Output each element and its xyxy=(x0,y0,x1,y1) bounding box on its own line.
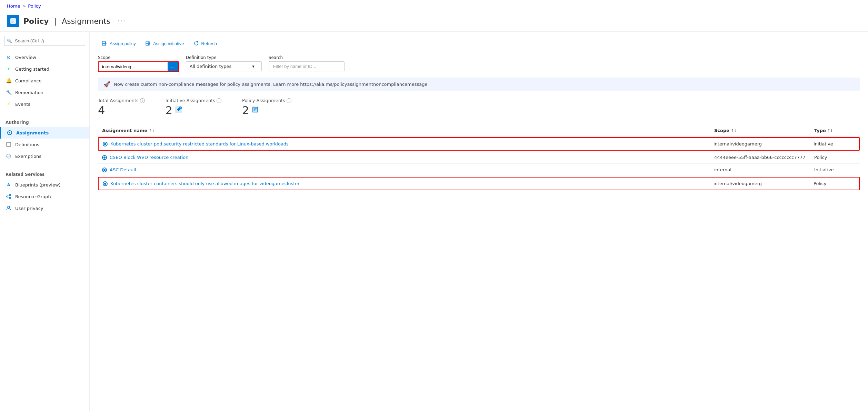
assign-policy-label: Assign policy xyxy=(110,41,136,46)
initiative-info-icon[interactable]: i xyxy=(217,98,221,103)
table-header: Assignment name ↑↓ Scope ↑↓ Type ↑↓ xyxy=(98,125,860,137)
table-row: Kubernetes cluster pod security restrict… xyxy=(98,137,860,151)
search-filter: Search xyxy=(269,55,345,71)
blueprints-icon: A xyxy=(6,182,12,188)
refresh-label: Refresh xyxy=(201,41,217,46)
assignments-icon xyxy=(7,130,13,136)
scope-browse-button[interactable]: ... xyxy=(168,62,178,71)
nav-user-privacy[interactable]: User privacy xyxy=(0,202,89,214)
stats-row: Total Assignments i 4 Initiative Assignm… xyxy=(98,98,860,117)
overview-icon: ⊙ xyxy=(6,54,12,60)
svg-rect-3 xyxy=(7,142,11,147)
row-name-3: ASC Default xyxy=(102,167,711,172)
search-filter-input[interactable] xyxy=(269,61,345,71)
row-type-4: Policy xyxy=(814,181,855,186)
total-info-icon[interactable]: i xyxy=(140,98,145,103)
breadcrumb-current[interactable]: Policy xyxy=(28,3,41,9)
nav-exemptions-label: Exemptions xyxy=(15,154,41,159)
svg-point-2 xyxy=(9,132,10,133)
row-icon-3 xyxy=(102,168,107,172)
col-name-header[interactable]: Assignment name ↑↓ xyxy=(102,128,711,133)
remediation-icon: 🔧 xyxy=(6,89,12,95)
page-header: Policy | Assignments ··· xyxy=(0,12,868,32)
policy-value: 2 xyxy=(242,104,291,117)
row-icon-4 xyxy=(103,181,108,186)
nav-getting-started-label: Getting started xyxy=(15,67,49,72)
nav-events[interactable]: ⚡ Events xyxy=(0,98,89,110)
search-input[interactable] xyxy=(4,36,85,46)
row-link-4[interactable]: Kubernetes cluster containers should onl… xyxy=(110,181,300,186)
nav-assignments[interactable]: Assignments xyxy=(0,127,89,139)
assign-initiative-icon xyxy=(146,41,151,46)
definition-type-select[interactable]: All definition types ▾ xyxy=(186,61,262,71)
scope-label: Scope xyxy=(98,55,179,60)
assign-initiative-label: Assign initiative xyxy=(153,41,184,46)
nav-exemptions[interactable]: Exemptions xyxy=(0,150,89,162)
nav-blueprints[interactable]: A Blueprints (preview) xyxy=(0,179,89,191)
sort-icon-name: ↑↓ xyxy=(149,129,154,132)
resource-graph-icon xyxy=(6,193,12,200)
initiative-value: 2 xyxy=(166,104,221,117)
policy-info-icon[interactable]: i xyxy=(287,98,291,103)
row-type-1: Initiative xyxy=(814,141,855,147)
row-link-2[interactable]: CSEO Block WVD resource creation xyxy=(110,155,189,160)
assign-policy-icon xyxy=(102,41,108,46)
total-assignments-stat: Total Assignments i 4 xyxy=(98,98,145,117)
nav-overview[interactable]: ⊙ Overview xyxy=(0,51,89,63)
row-link-1[interactable]: Kubernetes cluster pod security restrict… xyxy=(110,141,289,147)
assign-policy-button[interactable]: Assign policy xyxy=(98,39,140,48)
col-type-header[interactable]: Type ↑↓ xyxy=(814,128,856,133)
refresh-button[interactable]: Refresh xyxy=(189,39,221,48)
nav-getting-started[interactable]: ✦ Getting started xyxy=(0,63,89,75)
sidebar: 🔍 ⊙ Overview ✦ Getting started 🔔 Complia… xyxy=(0,32,90,411)
info-banner: 🚀 Now create custom non-compliance messa… xyxy=(98,78,860,91)
table-row: CSEO Block WVD resource creation 4444eee… xyxy=(98,151,860,164)
row-icon-2 xyxy=(102,155,107,160)
initiative-label: Initiative Assignments i xyxy=(166,98,221,103)
row-type-2: Policy xyxy=(814,155,856,160)
filters: Scope ... Definition type All definition… xyxy=(98,55,860,72)
definition-type-label: Definition type xyxy=(186,55,262,60)
nav-events-label: Events xyxy=(15,102,30,107)
breadcrumb-separator: > xyxy=(22,3,26,9)
svg-line-9 xyxy=(8,195,9,196)
nav-compliance[interactable]: 🔔 Compliance xyxy=(0,75,89,87)
nav-resource-graph-label: Resource Graph xyxy=(15,194,51,199)
breadcrumb: Home > Policy xyxy=(0,0,868,12)
nav-definitions-label: Definitions xyxy=(15,142,39,147)
chevron-down-icon: ▾ xyxy=(252,64,255,69)
scope-input-group: ... xyxy=(98,61,179,72)
refresh-icon xyxy=(193,41,199,46)
scope-input[interactable] xyxy=(99,62,168,71)
nav-definitions[interactable]: Definitions xyxy=(0,139,89,150)
search-label: Search xyxy=(269,55,345,60)
initiative-stat-icon xyxy=(174,105,183,115)
assign-initiative-button[interactable]: Assign initiative xyxy=(141,39,188,48)
row-name-4: Kubernetes cluster containers should onl… xyxy=(103,181,710,186)
main-content: Assign policy Assign initiative Refresh … xyxy=(90,32,868,411)
authoring-section-label: Authoring xyxy=(0,116,89,127)
nav-divider-1 xyxy=(0,113,89,113)
table-row: Kubernetes cluster containers should onl… xyxy=(98,177,860,190)
total-value: 4 xyxy=(98,104,145,117)
nav-compliance-label: Compliance xyxy=(15,78,42,83)
row-scope-4: internal/videogamerg xyxy=(714,181,810,186)
nav-remediation-label: Remediation xyxy=(15,90,43,95)
row-scope-1: internal/videogamerg xyxy=(714,141,810,147)
col-scope-header[interactable]: Scope ↑↓ xyxy=(714,128,811,133)
nav-remediation[interactable]: 🔧 Remediation xyxy=(0,87,89,98)
row-link-3[interactable]: ASC Default xyxy=(110,167,137,172)
more-options-button[interactable]: ··· xyxy=(117,17,126,25)
events-icon: ⚡ xyxy=(6,101,12,107)
nav-resource-graph[interactable]: Resource Graph xyxy=(0,191,89,202)
search-icon: 🔍 xyxy=(7,39,12,43)
row-scope-2: 4444eeee-55ff-aaaa-bb66-cccccccc7777 xyxy=(714,155,811,160)
table-row: ASC Default internal Initiative xyxy=(98,164,860,176)
row-name-2: CSEO Block WVD resource creation xyxy=(102,155,711,160)
row-icon-1 xyxy=(103,142,108,147)
definitions-icon xyxy=(6,141,12,148)
breadcrumb-home[interactable]: Home xyxy=(7,3,20,9)
svg-line-10 xyxy=(8,197,9,198)
page-title: Policy | Assignments xyxy=(23,17,110,26)
exemptions-icon xyxy=(6,153,12,159)
